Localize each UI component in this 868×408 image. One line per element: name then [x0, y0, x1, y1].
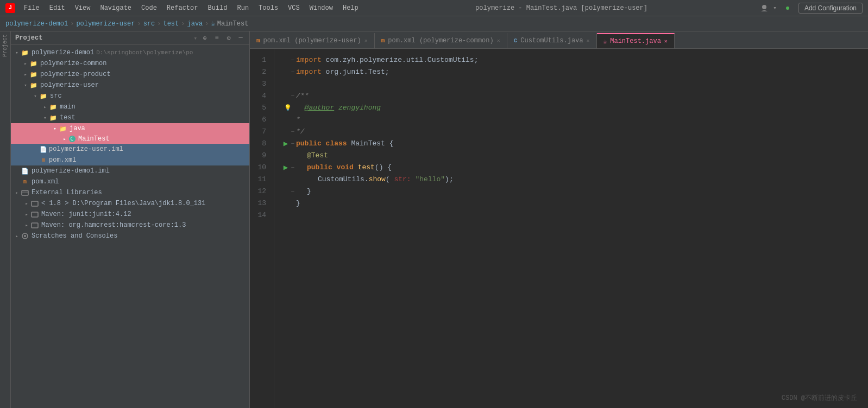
fold-8[interactable]: — [290, 141, 296, 147]
fold-4[interactable]: — [290, 93, 296, 99]
project-label[interactable]: Project [2, 34, 8, 57]
breadcrumb-sep-2: › [137, 20, 141, 28]
fold-10[interactable]: — [290, 164, 296, 171]
tree-label-src: src [50, 92, 62, 100]
tree-item-java[interactable]: ▾ 📁 java [11, 123, 249, 134]
import-pkg-1: com.zyh.polymerize.util.CustomUtils; [322, 54, 479, 66]
classname: MainTest { [347, 138, 394, 150]
arrow-maintest: ▸ [61, 135, 68, 143]
menu-file[interactable]: File [20, 3, 44, 13]
tree-item-hamcrest[interactable]: ▸ Maven: org.hamcrest:hamcrest-core:1.3 [11, 220, 249, 231]
code-editor[interactable]: 1 2 3 4 5 6 7 8 9 10 11 12 13 14 — impor… [250, 49, 868, 408]
ln-9: 9 [250, 150, 269, 162]
tree-item-user[interactable]: ▾ 📁 polymerize-user [11, 80, 249, 91]
tab-close-pom-common[interactable]: ✕ [497, 37, 500, 44]
scope-icon[interactable]: ⊕ [200, 34, 209, 42]
tree-item-test[interactable]: ▾ 📁 test [11, 112, 249, 123]
tree-label-user: polymerize-user [40, 81, 99, 89]
ln-7: 7 [250, 126, 269, 138]
code-line-8: ▶ — public class MainTest { [280, 138, 868, 150]
menu-refactor[interactable]: Refactor [162, 3, 203, 13]
tree-item-user-iml[interactable]: 📄 polymerize-user.iml [11, 144, 249, 155]
breadcrumb-demo1[interactable]: polymerize-demo1 [5, 20, 68, 28]
tree-label-user-pom: pom.xml [49, 156, 76, 164]
fold-12[interactable]: — [290, 188, 296, 195]
tab-close-pom-user[interactable]: ✕ [364, 37, 368, 44]
fold-2[interactable]: — [290, 69, 296, 75]
tab-maintest[interactable]: ☕ MainTest.java ✕ [597, 33, 675, 48]
tree-item-scratches[interactable]: ▸ Scratches and Consoles [11, 231, 249, 241]
menu-navigate[interactable]: Navigate [96, 3, 136, 13]
svg-rect-6 [32, 223, 38, 228]
tree-item-main[interactable]: ▸ 📁 main [11, 101, 249, 112]
app-logo: J [5, 3, 15, 13]
tab-pom-common[interactable]: m pom.xml (polymerize-common) ✕ [375, 33, 507, 48]
kw-import-2: import [296, 66, 322, 78]
tree-label-demo1: polymerize-demo1 [32, 49, 94, 56]
tab-custom-utils[interactable]: C CustomUtils.java ✕ [507, 33, 597, 48]
menu-tools[interactable]: Tools [254, 3, 282, 13]
tree-item-ext-libs[interactable]: ▸ External Libraries [11, 187, 249, 198]
fold-7[interactable]: — [290, 129, 296, 135]
tab-icon-custom-utils: C [514, 37, 518, 44]
tree-item-src[interactable]: ▾ 📁 src [11, 91, 249, 101]
javadoc-star-5 [296, 102, 305, 114]
tab-close-maintest[interactable]: ✕ [664, 38, 668, 44]
breadcrumb-maintest[interactable]: MainTest [217, 20, 249, 28]
arrow-ext-libs: ▸ [13, 189, 21, 196]
collapse-icon[interactable]: ≡ [212, 34, 221, 42]
menu-build[interactable]: Build [203, 3, 231, 13]
folder-main-icon: 📁 [49, 103, 58, 111]
iml-user-icon: 📄 [39, 145, 48, 154]
content-area: Project Project ▾ ⊕ ≡ ⚙ — ▾ 📁 polymerize… [0, 31, 868, 408]
run-class-icon[interactable]: ▶ [284, 138, 288, 150]
add-configuration-button[interactable]: Add Configuration [798, 3, 863, 14]
tree-item-product[interactable]: ▸ 📁 polymerize-product [11, 69, 249, 80]
tree-item-maintest[interactable]: ▸ C MainTest [11, 134, 249, 144]
bulb-icon: 💡 [284, 102, 292, 114]
menu-view[interactable]: View [71, 3, 95, 13]
ln-1: 1 [250, 54, 269, 66]
tab-pom-user[interactable]: m pom.xml (polymerize-user) ✕ [250, 33, 375, 48]
tab-close-custom-utils[interactable]: ✕ [587, 37, 590, 44]
menu-help[interactable]: Help [338, 3, 363, 13]
menu-edit[interactable]: Edit [45, 3, 70, 13]
ln-3: 3 [250, 78, 269, 90]
tree-item-jdk[interactable]: ▸ < 1.8 > D:\Program Files\Java\jdk1.8.0… [11, 198, 249, 209]
close-panel-icon[interactable]: — [236, 34, 245, 42]
tree-item-demo1-iml[interactable]: ▸ 📄 polymerize-demo1.iml [11, 165, 249, 176]
menu-window[interactable]: Window [305, 3, 337, 13]
breadcrumb-user[interactable]: polymerize-user [76, 20, 135, 28]
breadcrumb-sep-1: › [70, 20, 74, 28]
tree-item-junit[interactable]: ▸ Maven: junit:junit:4.12 [11, 209, 249, 220]
tabs-bar: m pom.xml (polymerize-user) ✕ m pom.xml … [250, 31, 868, 49]
svg-text:C: C [71, 136, 73, 142]
breadcrumb-test[interactable]: test [163, 20, 179, 28]
menu-vcs[interactable]: VCS [284, 3, 304, 13]
close-brace-12: } [307, 186, 311, 197]
title-right: ▾ Add Configuration [760, 3, 863, 14]
ln-13: 13 [250, 197, 269, 209]
settings-icon[interactable] [783, 4, 792, 12]
breadcrumb-java[interactable]: java [187, 20, 203, 28]
menu-bar: File Edit View Navigate Code Refactor Bu… [20, 3, 363, 13]
run-method-icon[interactable]: ▶ [284, 162, 288, 174]
tree-item-root-pom[interactable]: ▸ m pom.xml [11, 176, 249, 187]
arrow-scratches: ▸ [13, 232, 21, 240]
tree-item-demo1[interactable]: ▾ 📁 polymerize-demo1 D:\springboot\polym… [11, 47, 249, 58]
project-toolbar: Project ▾ ⊕ ≡ ⚙ — [11, 31, 249, 45]
code-line-7: — */ [280, 126, 868, 138]
arrow-user-iml [32, 145, 39, 153]
menu-code[interactable]: Code [137, 3, 161, 13]
jdk-icon [30, 199, 39, 208]
dropdown-arrow-icon: ▾ [773, 4, 777, 11]
breadcrumb-src[interactable]: src [143, 20, 155, 28]
close-brace-13: } [296, 197, 300, 209]
fold-1[interactable]: — [290, 57, 296, 63]
str-hello: "hello" [411, 174, 445, 186]
menu-run[interactable]: Run [232, 3, 253, 13]
tree-item-user-pom[interactable]: m pom.xml [11, 155, 249, 165]
settings2-icon[interactable]: ⚙ [224, 34, 233, 42]
tree-item-common[interactable]: ▸ 📁 polymerize-common [11, 58, 249, 69]
avatar-icon [760, 4, 769, 12]
